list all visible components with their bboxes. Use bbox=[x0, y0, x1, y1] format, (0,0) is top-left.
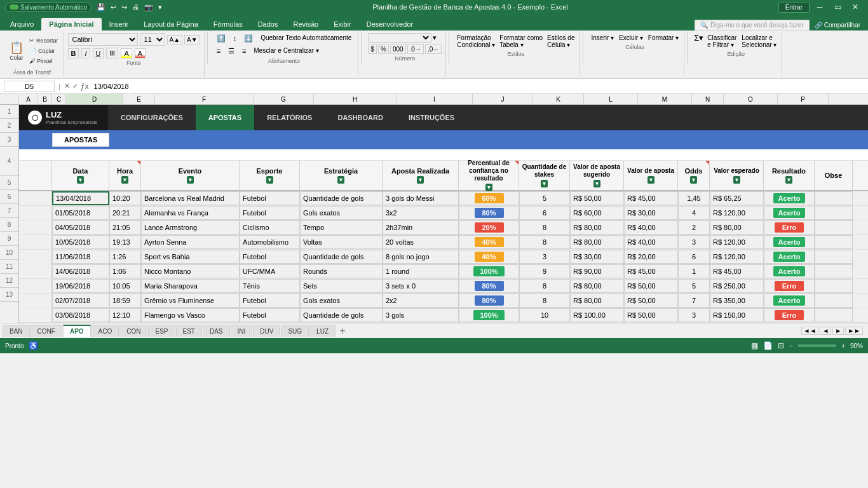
sheet-tab-ban[interactable]: BAN bbox=[3, 325, 30, 337]
search-box[interactable]: 🔍 Diga-me o que você deseja fazer bbox=[695, 20, 810, 30]
cell-estrategia[interactable]: Sets bbox=[300, 279, 383, 293]
cell-hora[interactable]: 12:10 bbox=[109, 308, 141, 322]
scroll-left-button[interactable]: ◄◄ bbox=[801, 327, 819, 335]
cell-obs[interactable] bbox=[815, 206, 853, 220]
cell-resultado[interactable]: Erro bbox=[764, 279, 815, 293]
cell-aposta[interactable]: 20 voltas bbox=[383, 235, 459, 249]
align-bottom-button[interactable]: ⬇️ bbox=[241, 33, 255, 44]
decrease-decimal-button[interactable]: .0← bbox=[425, 44, 442, 54]
nav-dashboard[interactable]: DASHBOARD bbox=[325, 105, 396, 130]
cell-esperado[interactable]: R$ 350,00 bbox=[710, 294, 764, 308]
filter-valor-sug[interactable]: ▾ bbox=[593, 180, 600, 187]
cell-hora[interactable]: 10:05 bbox=[109, 279, 141, 293]
cell-hora[interactable]: 1:26 bbox=[109, 250, 141, 264]
zoom-minus-button[interactable]: − bbox=[789, 342, 793, 349]
cell-esperado[interactable]: R$ 150,00 bbox=[710, 308, 764, 322]
fill-color-button[interactable]: A bbox=[121, 48, 132, 58]
sheet-tab-sug[interactable]: SUG bbox=[281, 325, 309, 337]
cell-valor-sug[interactable]: R$ 90,00 bbox=[570, 264, 624, 278]
decrease-font-button[interactable]: A▼ bbox=[184, 35, 200, 44]
autosum-button[interactable]: Σ▾ bbox=[694, 33, 703, 50]
cell-valor-ap[interactable]: R$ 40,00 bbox=[624, 220, 678, 234]
cell-obs[interactable] bbox=[815, 308, 853, 322]
cell-valor-sug[interactable]: R$ 80,00 bbox=[570, 279, 624, 293]
cell-styles-button[interactable]: Estilos deCélula ▾ bbox=[546, 33, 576, 50]
filter-confianca[interactable]: ▾ bbox=[485, 184, 492, 191]
sheet-tab-luz[interactable]: LUZ bbox=[309, 325, 336, 337]
cell-data[interactable]: 14/06/2018 bbox=[52, 264, 109, 278]
normal-view-icon[interactable]: ▦ bbox=[751, 341, 758, 350]
cell-valor-sug[interactable]: R$ 80,00 bbox=[570, 235, 624, 249]
tab-revisao[interactable]: Revisão bbox=[285, 18, 326, 30]
cell-esporte[interactable]: UFC/MMA bbox=[240, 264, 300, 278]
underline-button[interactable]: U bbox=[93, 48, 104, 58]
formula-input[interactable] bbox=[92, 83, 864, 90]
cell-odds[interactable]: 7 bbox=[678, 294, 710, 308]
cell-data[interactable]: 02/07/2018 bbox=[52, 294, 109, 308]
filter-esperado[interactable]: ▾ bbox=[733, 176, 740, 184]
cancel-formula-icon[interactable]: ✕ bbox=[64, 82, 70, 91]
sheet-tab-con[interactable]: CON bbox=[119, 325, 147, 337]
cell-qtd[interactable]: 8 bbox=[519, 294, 570, 308]
conditional-format-button[interactable]: FormataçãoCondicional ▾ bbox=[456, 33, 496, 50]
cell-esperado[interactable]: R$ 120,00 bbox=[710, 235, 764, 249]
cell-odds[interactable]: 1 bbox=[678, 264, 710, 278]
cell-esporte[interactable]: Futebol bbox=[240, 206, 300, 220]
cell-estrategia[interactable]: Quantidade de gols bbox=[300, 250, 383, 264]
cell-confianca[interactable]: 80% bbox=[459, 206, 519, 220]
cell-evento[interactable]: Flamengo vs Vasco bbox=[141, 308, 240, 322]
cell-confianca[interactable]: 80% bbox=[459, 294, 519, 308]
cell-esperado[interactable]: R$ 120,00 bbox=[710, 250, 764, 264]
cell-valor-sug[interactable]: R$ 60,00 bbox=[570, 206, 624, 220]
cell-confianca[interactable]: 80% bbox=[459, 279, 519, 293]
fill-button[interactable]: Classificare Filtrar ▾ bbox=[706, 33, 738, 50]
cell-resultado[interactable]: Acerto bbox=[764, 294, 815, 308]
cell-evento[interactable]: Alemanha vs França bbox=[141, 206, 240, 220]
cell-valor-ap[interactable]: R$ 50,00 bbox=[624, 308, 678, 322]
page-layout-icon[interactable]: 📄 bbox=[763, 341, 773, 350]
cell-aposta[interactable]: 3 gols bbox=[383, 308, 459, 322]
delete-button[interactable]: Excluir ▾ bbox=[618, 33, 644, 43]
align-left-button[interactable]: ≡ bbox=[214, 46, 223, 57]
cut-button[interactable]: ✂Recortar bbox=[28, 36, 60, 45]
autosave-toggle[interactable]: Salvamento Automático bbox=[5, 3, 92, 12]
cell-esporte[interactable]: Futebol bbox=[240, 191, 300, 205]
cell-aposta[interactable]: 3 sets x 0 bbox=[383, 279, 459, 293]
cell-confianca[interactable]: 60% bbox=[459, 191, 519, 205]
cell-odds[interactable]: 1,45 bbox=[678, 191, 710, 205]
tab-pagina-inicial[interactable]: Página Inicial bbox=[41, 18, 101, 30]
cell-hora[interactable]: 10:20 bbox=[109, 191, 141, 205]
cell-obs[interactable] bbox=[815, 264, 853, 278]
cell-valor-ap[interactable]: R$ 30,00 bbox=[624, 206, 678, 220]
align-right-button[interactable]: ≡ bbox=[240, 46, 248, 57]
add-sheet-button[interactable]: + bbox=[336, 325, 349, 337]
restore-button[interactable]: ▭ bbox=[830, 3, 845, 11]
cell-estrategia[interactable]: Gols exatos bbox=[300, 294, 383, 308]
insert-function-icon[interactable]: ƒx bbox=[81, 82, 89, 91]
cell-confianca[interactable]: 40% bbox=[459, 235, 519, 249]
paste-button[interactable]: 📋 Colar bbox=[6, 39, 27, 63]
cell-obs[interactable] bbox=[815, 294, 853, 308]
cell-esporte[interactable]: Tênis bbox=[240, 279, 300, 293]
increase-decimal-button[interactable]: .0→ bbox=[407, 44, 424, 54]
cell-confianca[interactable]: 100% bbox=[459, 308, 519, 322]
filter-data[interactable]: ▾ bbox=[77, 176, 84, 184]
cell-valor-sug[interactable]: R$ 50,00 bbox=[570, 191, 624, 205]
cell-resultado[interactable]: Erro bbox=[764, 308, 815, 322]
filter-valor-ap[interactable]: ▾ bbox=[648, 176, 654, 184]
cell-data[interactable]: 13/04/2018 bbox=[52, 191, 109, 205]
cell-data[interactable]: 03/08/2018 bbox=[52, 308, 109, 322]
cell-esporte[interactable]: Futebol bbox=[240, 294, 300, 308]
cell-esperado[interactable]: R$ 250,00 bbox=[710, 279, 764, 293]
filter-resultado[interactable]: ▾ bbox=[785, 176, 792, 184]
italic-button[interactable]: I bbox=[81, 48, 90, 58]
filter-aposta[interactable]: ▾ bbox=[417, 176, 424, 184]
redo-icon[interactable]: ↪ bbox=[121, 3, 127, 11]
cell-obs[interactable] bbox=[815, 235, 853, 249]
insert-button[interactable]: Inserir ▾ bbox=[590, 33, 615, 43]
font-color-button[interactable]: A bbox=[135, 48, 146, 58]
tab-inserir[interactable]: Inserir bbox=[102, 18, 137, 30]
filter-qtd[interactable]: ▾ bbox=[541, 180, 548, 187]
cell-evento[interactable]: Ayrton Senna bbox=[141, 235, 240, 249]
cell-aposta[interactable]: 2h37min bbox=[383, 220, 459, 234]
